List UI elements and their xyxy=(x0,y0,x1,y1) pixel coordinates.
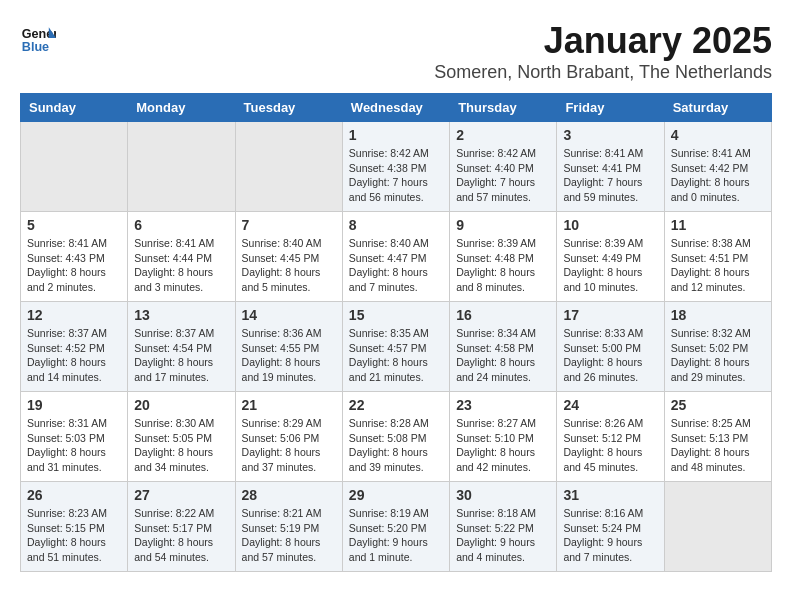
day-content: Sunrise: 8:31 AMSunset: 5:03 PMDaylight:… xyxy=(27,416,121,475)
day-cell: 12Sunrise: 8:37 AMSunset: 4:52 PMDayligh… xyxy=(21,302,128,392)
header-cell-saturday: Saturday xyxy=(664,94,771,122)
day-cell: 4Sunrise: 8:41 AMSunset: 4:42 PMDaylight… xyxy=(664,122,771,212)
day-number: 3 xyxy=(563,127,657,143)
day-number: 7 xyxy=(242,217,336,233)
day-cell: 31Sunrise: 8:16 AMSunset: 5:24 PMDayligh… xyxy=(557,482,664,572)
day-content: Sunrise: 8:25 AMSunset: 5:13 PMDaylight:… xyxy=(671,416,765,475)
day-content: Sunrise: 8:22 AMSunset: 5:17 PMDaylight:… xyxy=(134,506,228,565)
day-content: Sunrise: 8:36 AMSunset: 4:55 PMDaylight:… xyxy=(242,326,336,385)
day-cell: 5Sunrise: 8:41 AMSunset: 4:43 PMDaylight… xyxy=(21,212,128,302)
day-number: 26 xyxy=(27,487,121,503)
day-cell xyxy=(128,122,235,212)
header-cell-sunday: Sunday xyxy=(21,94,128,122)
day-content: Sunrise: 8:42 AMSunset: 4:40 PMDaylight:… xyxy=(456,146,550,205)
day-content: Sunrise: 8:41 AMSunset: 4:44 PMDaylight:… xyxy=(134,236,228,295)
day-content: Sunrise: 8:18 AMSunset: 5:22 PMDaylight:… xyxy=(456,506,550,565)
day-cell: 7Sunrise: 8:40 AMSunset: 4:45 PMDaylight… xyxy=(235,212,342,302)
day-number: 5 xyxy=(27,217,121,233)
day-content: Sunrise: 8:16 AMSunset: 5:24 PMDaylight:… xyxy=(563,506,657,565)
day-number: 20 xyxy=(134,397,228,413)
day-number: 23 xyxy=(456,397,550,413)
header-cell-tuesday: Tuesday xyxy=(235,94,342,122)
logo: General Blue xyxy=(20,20,56,56)
week-row-2: 5Sunrise: 8:41 AMSunset: 4:43 PMDaylight… xyxy=(21,212,772,302)
day-number: 18 xyxy=(671,307,765,323)
day-number: 31 xyxy=(563,487,657,503)
calendar-table: SundayMondayTuesdayWednesdayThursdayFrid… xyxy=(20,93,772,572)
day-content: Sunrise: 8:41 AMSunset: 4:41 PMDaylight:… xyxy=(563,146,657,205)
month-title: January 2025 xyxy=(434,20,772,62)
day-content: Sunrise: 8:32 AMSunset: 5:02 PMDaylight:… xyxy=(671,326,765,385)
day-number: 27 xyxy=(134,487,228,503)
week-row-3: 12Sunrise: 8:37 AMSunset: 4:52 PMDayligh… xyxy=(21,302,772,392)
day-cell xyxy=(235,122,342,212)
day-content: Sunrise: 8:28 AMSunset: 5:08 PMDaylight:… xyxy=(349,416,443,475)
day-cell: 3Sunrise: 8:41 AMSunset: 4:41 PMDaylight… xyxy=(557,122,664,212)
day-cell: 17Sunrise: 8:33 AMSunset: 5:00 PMDayligh… xyxy=(557,302,664,392)
header-cell-friday: Friday xyxy=(557,94,664,122)
day-content: Sunrise: 8:19 AMSunset: 5:20 PMDaylight:… xyxy=(349,506,443,565)
day-number: 16 xyxy=(456,307,550,323)
day-cell: 15Sunrise: 8:35 AMSunset: 4:57 PMDayligh… xyxy=(342,302,449,392)
day-cell: 14Sunrise: 8:36 AMSunset: 4:55 PMDayligh… xyxy=(235,302,342,392)
calendar-header: SundayMondayTuesdayWednesdayThursdayFrid… xyxy=(21,94,772,122)
week-row-1: 1Sunrise: 8:42 AMSunset: 4:38 PMDaylight… xyxy=(21,122,772,212)
day-number: 24 xyxy=(563,397,657,413)
day-number: 22 xyxy=(349,397,443,413)
day-content: Sunrise: 8:37 AMSunset: 4:54 PMDaylight:… xyxy=(134,326,228,385)
day-cell xyxy=(21,122,128,212)
day-content: Sunrise: 8:38 AMSunset: 4:51 PMDaylight:… xyxy=(671,236,765,295)
day-cell: 25Sunrise: 8:25 AMSunset: 5:13 PMDayligh… xyxy=(664,392,771,482)
day-content: Sunrise: 8:39 AMSunset: 4:49 PMDaylight:… xyxy=(563,236,657,295)
day-number: 25 xyxy=(671,397,765,413)
header-cell-thursday: Thursday xyxy=(450,94,557,122)
day-content: Sunrise: 8:26 AMSunset: 5:12 PMDaylight:… xyxy=(563,416,657,475)
day-number: 10 xyxy=(563,217,657,233)
day-content: Sunrise: 8:23 AMSunset: 5:15 PMDaylight:… xyxy=(27,506,121,565)
day-content: Sunrise: 8:30 AMSunset: 5:05 PMDaylight:… xyxy=(134,416,228,475)
day-content: Sunrise: 8:29 AMSunset: 5:06 PMDaylight:… xyxy=(242,416,336,475)
day-number: 29 xyxy=(349,487,443,503)
day-content: Sunrise: 8:42 AMSunset: 4:38 PMDaylight:… xyxy=(349,146,443,205)
calendar-body: 1Sunrise: 8:42 AMSunset: 4:38 PMDaylight… xyxy=(21,122,772,572)
day-content: Sunrise: 8:41 AMSunset: 4:43 PMDaylight:… xyxy=(27,236,121,295)
day-cell: 19Sunrise: 8:31 AMSunset: 5:03 PMDayligh… xyxy=(21,392,128,482)
day-cell: 11Sunrise: 8:38 AMSunset: 4:51 PMDayligh… xyxy=(664,212,771,302)
day-cell: 30Sunrise: 8:18 AMSunset: 5:22 PMDayligh… xyxy=(450,482,557,572)
day-number: 13 xyxy=(134,307,228,323)
week-row-5: 26Sunrise: 8:23 AMSunset: 5:15 PMDayligh… xyxy=(21,482,772,572)
day-cell: 24Sunrise: 8:26 AMSunset: 5:12 PMDayligh… xyxy=(557,392,664,482)
day-cell: 18Sunrise: 8:32 AMSunset: 5:02 PMDayligh… xyxy=(664,302,771,392)
day-number: 19 xyxy=(27,397,121,413)
day-cell: 6Sunrise: 8:41 AMSunset: 4:44 PMDaylight… xyxy=(128,212,235,302)
day-number: 30 xyxy=(456,487,550,503)
day-number: 17 xyxy=(563,307,657,323)
day-cell: 22Sunrise: 8:28 AMSunset: 5:08 PMDayligh… xyxy=(342,392,449,482)
day-cell: 2Sunrise: 8:42 AMSunset: 4:40 PMDaylight… xyxy=(450,122,557,212)
day-cell: 16Sunrise: 8:34 AMSunset: 4:58 PMDayligh… xyxy=(450,302,557,392)
day-content: Sunrise: 8:34 AMSunset: 4:58 PMDaylight:… xyxy=(456,326,550,385)
day-cell: 1Sunrise: 8:42 AMSunset: 4:38 PMDaylight… xyxy=(342,122,449,212)
day-number: 11 xyxy=(671,217,765,233)
logo-icon: General Blue xyxy=(20,20,56,56)
day-number: 15 xyxy=(349,307,443,323)
title-section: January 2025 Someren, North Brabant, The… xyxy=(434,20,772,83)
header-row: SundayMondayTuesdayWednesdayThursdayFrid… xyxy=(21,94,772,122)
week-row-4: 19Sunrise: 8:31 AMSunset: 5:03 PMDayligh… xyxy=(21,392,772,482)
day-cell: 20Sunrise: 8:30 AMSunset: 5:05 PMDayligh… xyxy=(128,392,235,482)
day-number: 9 xyxy=(456,217,550,233)
day-number: 12 xyxy=(27,307,121,323)
day-cell: 29Sunrise: 8:19 AMSunset: 5:20 PMDayligh… xyxy=(342,482,449,572)
day-content: Sunrise: 8:40 AMSunset: 4:45 PMDaylight:… xyxy=(242,236,336,295)
header-cell-wednesday: Wednesday xyxy=(342,94,449,122)
day-content: Sunrise: 8:35 AMSunset: 4:57 PMDaylight:… xyxy=(349,326,443,385)
svg-text:Blue: Blue xyxy=(22,40,49,54)
day-cell: 8Sunrise: 8:40 AMSunset: 4:47 PMDaylight… xyxy=(342,212,449,302)
day-cell: 28Sunrise: 8:21 AMSunset: 5:19 PMDayligh… xyxy=(235,482,342,572)
day-number: 28 xyxy=(242,487,336,503)
day-content: Sunrise: 8:39 AMSunset: 4:48 PMDaylight:… xyxy=(456,236,550,295)
page-header: General Blue January 2025 Someren, North… xyxy=(20,20,772,83)
day-number: 21 xyxy=(242,397,336,413)
day-cell: 26Sunrise: 8:23 AMSunset: 5:15 PMDayligh… xyxy=(21,482,128,572)
day-cell: 27Sunrise: 8:22 AMSunset: 5:17 PMDayligh… xyxy=(128,482,235,572)
